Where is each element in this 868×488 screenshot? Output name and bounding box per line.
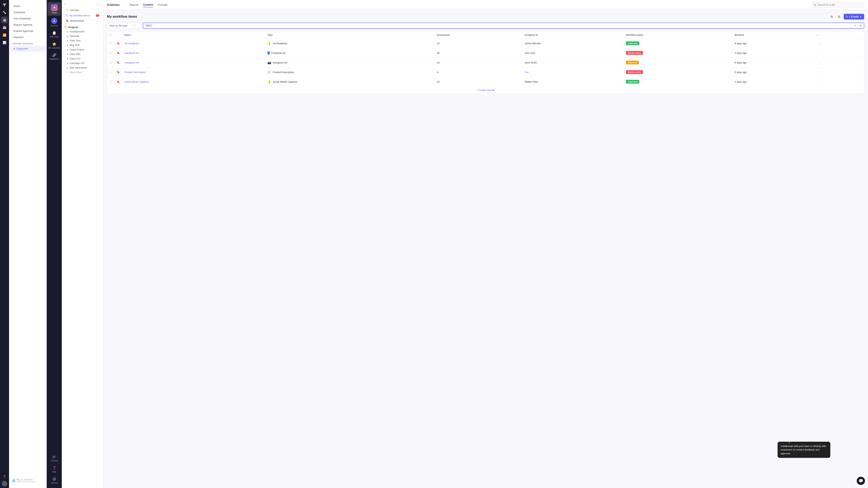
row-bookmark-cell: 🔖 <box>114 67 122 77</box>
header-bookmark <box>114 31 122 39</box>
row-more-button[interactable]: ··· <box>816 60 822 65</box>
sidebar-item-rejected[interactable]: Rejected <box>10 34 45 40</box>
sidebar-integrations[interactable]: 🔗 Integrations <box>48 51 61 62</box>
all-files-label: All Files <box>70 9 79 12</box>
sidebar-item-drafts[interactable]: Drafts <box>10 3 45 9</box>
bookmarked-item[interactable]: 🔖 Bookmarked <box>64 18 101 23</box>
row-assigned-to: You <box>522 67 624 77</box>
projects-section-header: 📁 Projects <box>64 26 101 29</box>
filter-settings-button[interactable]: ⚙ <box>829 13 835 20</box>
create-chevron-icon: ▼ <box>860 15 862 18</box>
project-hootsuite[interactable]: ▶Hootsuite <box>64 34 101 38</box>
filter-clear-button[interactable]: ✕ <box>854 24 857 27</box>
project-blog-stuff[interactable]: ▶Blog Stuff <box>64 43 101 47</box>
header-generations[interactable]: Generations <box>435 31 522 39</box>
row-checkbox[interactable] <box>110 71 112 73</box>
main-content: Publisher | Planner Content Promote 🔍 My… <box>103 0 868 488</box>
app-logo: ✦ <box>51 4 58 11</box>
user-avatar[interactable]: 👤 <box>2 481 7 487</box>
all-files-icon: 📄 <box>66 9 69 12</box>
filter-tag-remove[interactable]: ✕ <box>149 24 151 27</box>
row-workflow-status: Approved <box>624 77 733 87</box>
tooltip-arrow-svg <box>787 436 795 443</box>
project-client-xyz[interactable]: ▶Client XYZ <box>64 57 101 61</box>
project-parent[interactable]: ▶Parent Project <box>64 47 101 52</box>
row-name[interactable]: Ad Headlines <box>122 39 265 48</box>
bulk-copy-label: Bulk Copy <box>50 36 59 38</box>
row-name[interactable]: Facebook Ad <box>122 48 265 58</box>
status-badge: Approved <box>626 41 639 45</box>
bookmark-empty-icon[interactable]: 🔖 <box>117 71 120 74</box>
my-workflow-item[interactable]: ☑ My workflow items 3 <box>64 13 101 18</box>
table-row: 🔖 Social Media Captions 💡Social Media Ca… <box>107 77 864 87</box>
sidebar-item-require-approval[interactable]: Require Approval <box>10 22 45 28</box>
bookmark-filled-icon[interactable]: 🔖 <box>117 52 120 55</box>
project-party-time[interactable]: ▶Party Time <box>64 38 101 43</box>
header-modified[interactable]: Modified <box>733 31 814 39</box>
nav-promote[interactable]: Promote <box>158 3 168 7</box>
filter-tag-all[interactable]: All ✕ <box>145 24 152 27</box>
sidebar-account[interactable]: A Account <box>48 16 61 29</box>
calendar-icon[interactable]: 📅 <box>1 24 8 31</box>
question-icon[interactable]: ❓ <box>1 473 8 480</box>
panel-collapse-button[interactable]: « <box>64 2 66 6</box>
project-campaign-123[interactable]: ▶Campaign 123 <box>64 61 101 66</box>
filter-chevron-button[interactable]: ▼ <box>858 24 862 27</box>
header-type[interactable]: Type <box>265 31 435 39</box>
sidebar-logout[interactable]: ⏻ Log Out <box>48 475 61 486</box>
dashboard-icon[interactable]: ▦ <box>1 17 8 23</box>
grid-view-button[interactable]: ⊞ <box>836 13 842 20</box>
sidebar-item-expired-approvals[interactable]: Expired Approvals <box>10 28 45 34</box>
header-assigned-to[interactable]: Assigned To <box>522 31 624 39</box>
project-client-abc[interactable]: ▶Client ABC <box>64 52 101 57</box>
sidebar-home[interactable]: ✦ Home <box>48 2 61 15</box>
edit-icon[interactable]: ✏️ <box>1 9 8 16</box>
bookmark-empty-icon[interactable]: 🔖 <box>117 61 120 64</box>
signal-icon[interactable]: 📶 <box>1 32 8 38</box>
row-modified: 3 days ago <box>733 48 814 58</box>
nav-planner[interactable]: Planner <box>130 3 138 7</box>
header-workflow-status[interactable]: Workflow status <box>624 31 733 39</box>
type-icon: 💡 <box>268 42 271 45</box>
trophy-icon[interactable]: 🏆 <box>1 1 8 8</box>
row-name[interactable]: Instagram Ad <box>122 58 265 67</box>
file-type-filter[interactable]: Filter by file type ▼ <box>107 23 141 29</box>
filter-search-input[interactable] <box>154 24 853 27</box>
row-checkbox[interactable] <box>110 61 112 64</box>
row-more-button[interactable]: ··· <box>816 70 822 74</box>
nav-content[interactable]: Content <box>143 2 153 7</box>
row-more-button[interactable]: ··· <box>816 51 822 55</box>
project-uncategorized[interactable]: ▶Uncategorized <box>64 29 101 34</box>
row-more-button[interactable]: ··· <box>816 41 822 46</box>
all-files-item[interactable]: 📄 All Files <box>64 7 101 13</box>
search-input[interactable] <box>811 2 864 8</box>
sidebar-bulk-copy[interactable]: 📋 Bulk Copy <box>48 29 61 40</box>
header-name[interactable]: Name ↑ <box>122 31 265 39</box>
row-more-button[interactable]: ··· <box>816 79 822 84</box>
sidebar-item-copysmith[interactable]: Copysmith <box>10 46 45 52</box>
row-name[interactable]: Product Description <box>122 67 265 77</box>
create-button[interactable]: + + Create ▼ <box>844 14 864 20</box>
status-badge: Returned <box>626 61 639 64</box>
new-project-button[interactable]: + + New project <box>64 70 101 74</box>
chat-bubble-button[interactable]: 💬 <box>857 477 865 485</box>
sidebar-expertise[interactable]: ⭐ Ali's Expertise <box>48 40 61 51</box>
chart-icon[interactable]: 📊 <box>1 39 8 46</box>
sidebar-help[interactable]: ❓ Help <box>48 464 61 475</box>
bookmark-filled-icon[interactable]: 🔖 <box>117 80 120 83</box>
select-all-checkbox[interactable] <box>110 33 112 36</box>
row-checkbox[interactable] <box>110 52 112 54</box>
filter-type-text: Filter by file type <box>110 24 127 27</box>
table-row: 🔖 Facebook Ad fFacebook Ad 30 John Doe N… <box>107 48 864 58</box>
row-checkbox[interactable] <box>110 42 112 44</box>
sidebar-item-scheduled[interactable]: Scheduled <box>10 9 45 15</box>
row-name[interactable]: Social Media Captions <box>122 77 265 87</box>
sidebar-tutorials[interactable]: 🎓 Tutorials <box>48 453 61 464</box>
filter-tags-container[interactable]: All ✕ ✕ ▼ <box>143 23 864 29</box>
project-bulk-generations[interactable]: ▶Bulk Generations <box>64 66 101 70</box>
row-checkbox[interactable] <box>110 80 112 83</box>
sidebar-item-past-scheduled[interactable]: Past Scheduled <box>10 15 45 22</box>
create-new-file-button[interactable]: + Create new file <box>107 87 864 94</box>
bookmark-empty-icon[interactable]: 🔖 <box>117 42 120 45</box>
row-checkbox-cell <box>107 67 114 77</box>
